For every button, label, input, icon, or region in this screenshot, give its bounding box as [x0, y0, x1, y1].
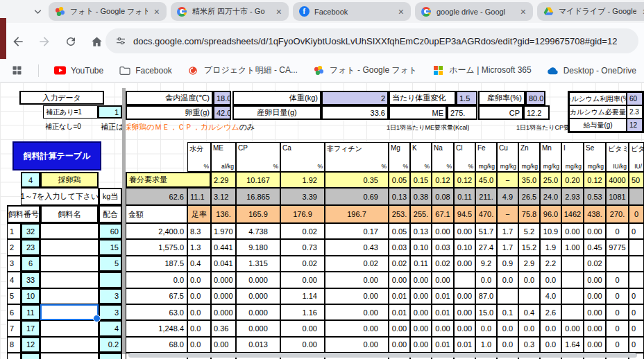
value-cell[interactable]: 87.0 — [475, 288, 497, 304]
value-cell[interactable]: 0.01 — [389, 304, 410, 320]
row-number[interactable]: 7 — [7, 320, 21, 336]
value-cell[interactable]: 1.0 — [475, 337, 497, 353]
value-cell[interactable]: 0.00 — [410, 288, 432, 304]
column-header[interactable]: Mg% — [389, 142, 410, 172]
feed-type-cell[interactable]: 採卵鶏 — [40, 172, 99, 188]
tab-close-icon[interactable]: × — [275, 6, 283, 17]
value-cell[interactable]: 0.0 — [187, 337, 211, 353]
feed-number-cell[interactable]: 17 — [21, 320, 40, 336]
column-header[interactable]: 非フィチン% — [325, 142, 389, 172]
value-cell[interactable]: 0.041 — [211, 256, 236, 272]
value-cell[interactable]: 0.000 — [211, 304, 236, 320]
value-cell[interactable]: 0.00 — [454, 288, 475, 304]
selected-cell[interactable] — [40, 304, 99, 320]
value-cell[interactable]: 1.315 — [236, 256, 280, 272]
value-cell[interactable]: 0.00 — [410, 337, 432, 353]
value-cell[interactable]: 0.00 — [454, 256, 475, 272]
feed-number-cell[interactable]: 12 — [21, 337, 40, 353]
requirement-value[interactable]: 1.92 — [280, 172, 325, 188]
bookmark-item[interactable]: Facebook — [119, 64, 172, 76]
per-kg-value[interactable]: 0.13 — [389, 188, 410, 205]
value-cell[interactable]: 9.180 — [236, 239, 280, 255]
value-cell[interactable]: 27.4 — [475, 239, 497, 255]
value-cell[interactable]: 0 — [606, 304, 629, 320]
value-cell[interactable]: 0.45 — [584, 239, 606, 255]
amount-cell[interactable]: 63.0 — [126, 304, 187, 320]
value-cell[interactable]: 0.01 — [454, 337, 475, 353]
value-cell[interactable]: 0.03 — [389, 239, 410, 255]
value-cell[interactable]: 0.01 — [432, 304, 454, 320]
value-cell[interactable]: 0 — [629, 223, 644, 239]
value-cell[interactable] — [629, 239, 644, 255]
bookmark-item[interactable]: プロジェクト明細 - CA... — [187, 64, 298, 76]
egg-day-cell[interactable]: 33.6 — [321, 105, 389, 120]
per-kg-value[interactable]: 24.0 — [540, 188, 561, 205]
feed-name-cell[interactable] — [40, 320, 99, 336]
value-cell[interactable]: 0.00 — [410, 272, 432, 288]
requirement-value[interactable]: 4000 — [606, 172, 629, 188]
amount-cell[interactable]: 0.0 — [126, 272, 187, 288]
me-cell[interactable]: 275. — [447, 105, 477, 120]
amount-cell[interactable]: 2,400.0 — [126, 223, 187, 239]
value-cell[interactable]: 0.0 — [475, 272, 497, 288]
per-kg-value[interactable]: 0.08 — [432, 188, 454, 205]
bookmark-item[interactable]: Desktop - OneDrive — [547, 64, 636, 76]
lay-rate-cell[interactable]: 80.0 — [525, 91, 545, 105]
sufficiency-value[interactable]: 1462 — [561, 205, 584, 223]
value-cell[interactable]: 0.00 — [389, 337, 410, 353]
value-cell[interactable]: 0.000 — [236, 320, 280, 336]
value-cell[interactable]: 0.00 — [432, 223, 454, 239]
requirement-value[interactable]: 0.12 — [454, 172, 475, 188]
ratio-cell[interactable]: 15 — [99, 239, 122, 255]
column-header[interactable]: Ca% — [280, 142, 325, 172]
value-cell[interactable] — [606, 256, 629, 272]
value-cell[interactable]: 0.00 — [389, 272, 410, 288]
feed-number-cell[interactable]: 11 — [21, 304, 40, 320]
value-cell[interactable]: 0.441 — [211, 239, 236, 255]
value-cell[interactable]: 0.73 — [280, 239, 325, 255]
per-kg-amount[interactable]: 62.6 — [126, 188, 187, 205]
value-cell[interactable]: 0.0 — [518, 320, 540, 336]
value-cell[interactable]: 0 — [629, 288, 644, 304]
value-cell[interactable]: 1.3 — [187, 239, 211, 255]
column-header[interactable]: CP% — [236, 142, 280, 172]
calcium-row-value[interactable]: 60 — [627, 92, 643, 105]
column-header[interactable]: MEal/kg — [211, 142, 236, 172]
value-cell[interactable]: 2.2 — [540, 256, 561, 272]
per-kg-value[interactable]: 2.93 — [561, 188, 584, 205]
value-cell[interactable] — [561, 272, 584, 288]
value-cell[interactable]: 0.00 — [584, 272, 606, 288]
tab-close-icon[interactable]: × — [153, 6, 161, 17]
calcium-row-value[interactable]: 2.3 — [627, 105, 643, 119]
value-cell[interactable]: 10.9 — [540, 223, 561, 239]
per-kg-value[interactable]: 26.5 — [518, 188, 540, 205]
sufficiency-value[interactable]: 255. — [410, 205, 432, 223]
egg-weight-cell[interactable]: 42.0 — [213, 105, 231, 120]
sufficiency-value[interactable]: 196.7 — [325, 205, 389, 223]
amount-cell[interactable]: 68.0 — [126, 337, 187, 353]
header-feed-number[interactable]: 飼料番号 — [7, 205, 40, 223]
value-cell[interactable]: 0.00 — [410, 320, 432, 336]
value-cell[interactable]: 0.00 — [584, 320, 606, 336]
column-header[interactable]: Mnmg/kg — [540, 142, 561, 172]
column-header[interactable]: 水分% — [187, 142, 211, 172]
value-cell[interactable]: 0.0 — [540, 320, 561, 336]
row-number[interactable]: 5 — [7, 288, 21, 304]
sufficiency-value[interactable]: 253. — [389, 205, 410, 223]
feed-name-cell[interactable] — [40, 353, 99, 359]
tab-search-chevron-down-icon[interactable] — [32, 6, 44, 18]
value-cell[interactable]: 0.36 — [211, 320, 236, 336]
browser-tab[interactable]: google drive - Googl× — [415, 2, 533, 21]
value-cell[interactable]: 0.00 — [280, 337, 325, 353]
tab-close-icon[interactable]: × — [397, 6, 405, 17]
feed-number-cell[interactable] — [21, 353, 40, 359]
value-cell[interactable]: 1.7 — [497, 223, 518, 239]
value-cell[interactable]: 0.01 — [432, 288, 454, 304]
value-cell[interactable]: 0.00 — [561, 223, 584, 239]
value-cell[interactable]: 0.00 — [561, 320, 584, 336]
ratio-cell[interactable]: 0.2 — [99, 337, 122, 353]
value-cell[interactable]: 0.00 — [584, 304, 606, 320]
feed-name-cell[interactable] — [40, 337, 99, 353]
amount-cell[interactable]: 67.5 — [126, 288, 187, 304]
column-header[interactable]: ビタミンIU/kg — [606, 142, 629, 172]
